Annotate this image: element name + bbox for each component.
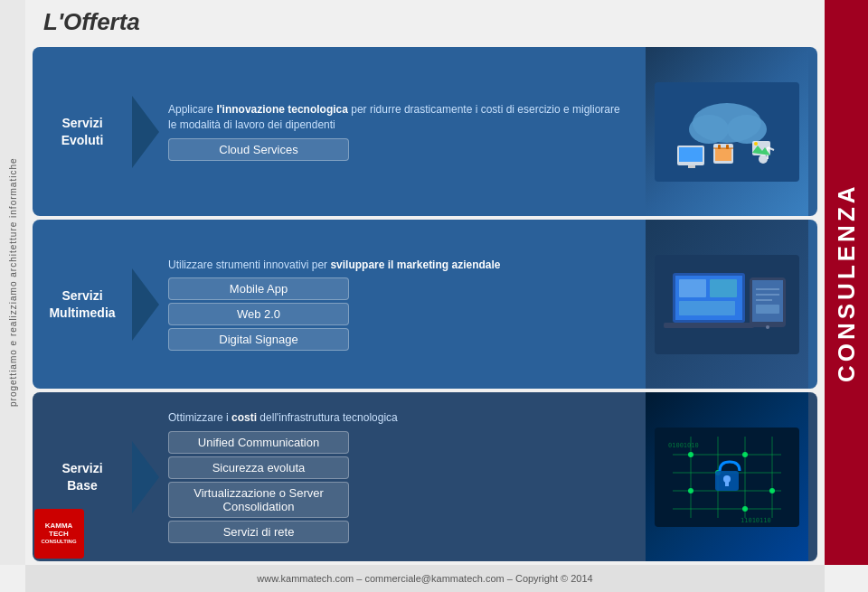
service-label-base: ServiziBase <box>33 392 132 561</box>
svg-point-43 <box>742 452 748 457</box>
section1-content: Applicare l'innovazione tecnologica per … <box>132 47 637 216</box>
footer-text: www.kammatech.com – commerciale@kammatec… <box>257 573 592 584</box>
service-label-evoluti: ServiziEvoluti <box>33 47 132 216</box>
section2-items: Mobile App Web 2.0 Digital Signage <box>168 277 626 351</box>
svg-rect-8 <box>715 148 731 161</box>
item-web20: Web 2.0 <box>168 303 349 325</box>
right-sidebar-consulenza: CONSULENZA <box>825 0 868 565</box>
item-unified-communication: Unified Communication <box>168 431 349 454</box>
svg-rect-5 <box>679 147 703 162</box>
svg-rect-49 <box>725 481 729 486</box>
svg-rect-27 <box>679 301 735 315</box>
cloud-image <box>646 47 808 216</box>
item-digital-signage: Digital Signage <box>168 328 349 351</box>
item-sicurezza-evoluta: Sicurezza evoluta <box>168 456 349 479</box>
item-servizi-rete: Servizi di rete <box>168 521 349 543</box>
section-servizi-multimedia: ServiziMultimedia Utilizzare strumenti i… <box>33 220 817 389</box>
item-cloud-services: Cloud Services <box>168 138 349 161</box>
svg-rect-11 <box>726 145 729 149</box>
svg-point-12 <box>759 155 768 164</box>
section2-description: Utilizzare strumenti innovativi per svil… <box>168 258 626 273</box>
page-header: L'Offerta <box>25 0 825 43</box>
circuit-image: 01001010 11010110 <box>646 392 808 561</box>
page-title: L'Offerta <box>43 8 140 36</box>
service-label-multimedia: ServiziMultimedia <box>33 220 132 389</box>
section1-description: Applicare l'innovazione tecnologica per … <box>168 102 626 133</box>
section3-items: Unified Communication Sicurezza evoluta … <box>168 431 626 543</box>
svg-rect-26 <box>710 279 737 297</box>
laptop-image <box>646 220 808 389</box>
item-virtualizzazione: Virtualizzazione o Server Consolidation <box>168 482 349 518</box>
arrow-evoluti <box>132 96 159 168</box>
item-mobile-app: Mobile App <box>168 277 349 300</box>
svg-rect-6 <box>688 165 695 168</box>
svg-point-46 <box>742 506 748 512</box>
main-content: ServiziEvoluti Applicare l'innovazione t… <box>25 43 825 565</box>
svg-rect-25 <box>679 279 706 297</box>
svg-point-3 <box>727 115 767 144</box>
section2-content: Utilizzare strumenti innovativi per svil… <box>132 220 637 389</box>
svg-rect-10 <box>718 145 721 149</box>
svg-point-17 <box>754 142 758 146</box>
svg-text:11010110: 11010110 <box>741 517 771 524</box>
section3-content: Ottimizzare i costi dell'infrastruttura … <box>132 392 637 561</box>
svg-rect-31 <box>756 305 779 314</box>
section2-image <box>637 220 817 389</box>
section1-image <box>637 47 817 216</box>
section-servizi-base: ServiziBase Ottimizzare i costi dell'inf… <box>33 392 817 561</box>
svg-rect-21 <box>664 323 754 328</box>
section3-description: Ottimizzare i costi dell'infrastruttura … <box>168 410 626 426</box>
svg-point-45 <box>688 488 693 493</box>
arrow-multimedia <box>132 268 159 341</box>
section3-image: 01001010 11010110 <box>637 392 817 561</box>
svg-point-24 <box>766 325 769 329</box>
svg-point-44 <box>769 488 775 493</box>
svg-point-41 <box>688 452 693 457</box>
arrow-base <box>132 441 159 513</box>
footer: www.kammatech.com – commerciale@kammatec… <box>25 565 825 592</box>
section-servizi-evoluti: ServiziEvoluti Applicare l'innovazione t… <box>33 47 817 216</box>
section1-items: Cloud Services <box>168 138 626 161</box>
svg-point-2 <box>689 115 729 144</box>
svg-rect-23 <box>752 280 783 322</box>
vertical-sidebar-text: progettiamo e realizziamo architetture i… <box>0 0 25 565</box>
svg-text:01001010: 01001010 <box>668 442 699 449</box>
